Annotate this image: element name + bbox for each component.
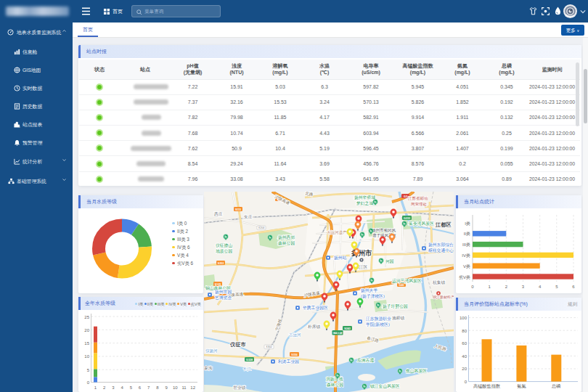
svg-text:15: 15 <box>84 341 89 346</box>
svg-text:0: 0 <box>471 285 474 289</box>
svg-text:10: 10 <box>173 385 178 390</box>
svg-text:G328: G328 <box>246 359 253 362</box>
svg-text:利涛工业园: 利涛工业园 <box>278 359 299 364</box>
svg-text:2: 2 <box>505 285 508 289</box>
svg-text:100: 100 <box>460 316 467 320</box>
svg-text:6: 6 <box>572 285 575 289</box>
svg-text:S243: S243 <box>344 327 350 330</box>
svg-text:古运河: 古运河 <box>289 332 301 338</box>
svg-text:11: 11 <box>181 385 187 390</box>
svg-text:S353: S353 <box>218 262 224 265</box>
svg-text:仪征捺山: 仪征捺山 <box>216 242 232 248</box>
svg-text:2: 2 <box>103 385 106 390</box>
svg-text:X204: X204 <box>258 226 264 229</box>
svg-text:森林公园: 森林公园 <box>278 241 295 246</box>
svg-text:地质公园: 地质公园 <box>216 249 232 254</box>
svg-text:5: 5 <box>555 285 558 289</box>
svg-text:G40: G40 <box>399 284 404 287</box>
svg-text:西庄: 西庄 <box>214 211 223 217</box>
svg-text:家沟: 家沟 <box>204 366 213 371</box>
svg-text:世业镇: 世业镇 <box>233 385 246 390</box>
svg-text:何园: 何园 <box>385 259 394 264</box>
svg-text:S125: S125 <box>215 283 221 286</box>
svg-text:5: 5 <box>130 385 133 390</box>
svg-text:润扬大桥: 润扬大桥 <box>332 332 343 335</box>
svg-text:II类: II类 <box>464 232 470 236</box>
svg-text:V类: V类 <box>463 264 470 269</box>
svg-text:7: 7 <box>147 385 150 390</box>
svg-text:G2: G2 <box>404 195 407 198</box>
svg-text:瓜洲古渡: 瓜洲古渡 <box>357 358 374 363</box>
svg-text:扬州站: 扬州站 <box>334 256 347 261</box>
svg-text:扬州世园: 扬州世园 <box>215 290 232 295</box>
svg-text:1: 1 <box>94 385 97 390</box>
svg-text:高锰酸盐指数: 高锰酸盐指数 <box>473 383 500 389</box>
svg-text:运河三湾风景区: 运河三湾风景区 <box>392 278 422 284</box>
svg-text:5: 5 <box>87 368 90 372</box>
svg-text:扬州东部综合: 扬州东部综合 <box>428 242 454 248</box>
svg-text:S115: S115 <box>235 208 241 211</box>
svg-text:扬州市蜀冈风: 扬州市蜀冈风 <box>372 228 396 233</box>
svg-text:9: 9 <box>165 385 168 390</box>
svg-text:80: 80 <box>462 329 467 333</box>
svg-text:60: 60 <box>462 341 467 346</box>
svg-text:(扬子津校区): (扬子津校区) <box>361 293 385 299</box>
svg-text:12: 12 <box>190 385 195 390</box>
svg-text:江苏旅游职业: 江苏旅游职业 <box>366 316 391 322</box>
svg-text:朱庄: 朱庄 <box>243 214 253 219</box>
svg-text:劣V类: 劣V类 <box>459 275 470 280</box>
svg-text:3: 3 <box>112 385 115 390</box>
svg-text:40: 40 <box>462 354 467 359</box>
svg-text:长江: 长江 <box>243 367 252 372</box>
svg-text:焦山风景区: 焦山风景区 <box>406 368 427 373</box>
svg-text:施桥镇: 施桥镇 <box>392 316 405 320</box>
svg-text:总磷: 总磷 <box>551 383 560 388</box>
svg-text:10: 10 <box>84 354 89 359</box>
svg-text:I类: I类 <box>465 221 470 226</box>
svg-text:镇江金山风景区: 镇江金山风景区 <box>370 383 400 389</box>
svg-text:江都区: 江都区 <box>435 221 452 228</box>
svg-text:20: 20 <box>84 328 89 332</box>
svg-text:0: 0 <box>465 380 467 384</box>
svg-text:扬州西郊: 扬州西郊 <box>278 235 295 240</box>
svg-text:III类: III类 <box>462 242 470 247</box>
svg-text:闸管理处: 闸管理处 <box>411 202 428 207</box>
svg-text:学院(新校区): 学院(新校区) <box>366 322 390 327</box>
svg-text:仪扬河: 仪扬河 <box>205 348 218 354</box>
svg-text:艺博览会: 艺博览会 <box>215 295 232 301</box>
svg-text:IV类: IV类 <box>462 253 470 258</box>
svg-text:梦幻之城: 梦幻之城 <box>356 201 373 206</box>
svg-text:S356: S356 <box>291 354 297 356</box>
svg-text:润扬湿地: 润扬湿地 <box>326 376 343 382</box>
svg-text:4: 4 <box>121 385 123 390</box>
svg-text:3: 3 <box>522 285 525 289</box>
svg-text:镇江新材料产业园: 镇江新材料产业园 <box>433 295 454 300</box>
svg-text:华腾工业园区: 华腾工业园区 <box>303 305 328 311</box>
svg-text:仪征市: 仪征市 <box>229 341 246 348</box>
svg-text:1: 1 <box>489 285 491 289</box>
svg-text:G233: G233 <box>404 217 410 220</box>
svg-text:X302: X302 <box>266 346 271 348</box>
svg-text:扬州华侨城: 扬州华侨城 <box>354 195 375 200</box>
svg-text:扬州大学: 扬州大学 <box>361 288 377 293</box>
svg-text:朴席镇: 朴席镇 <box>307 324 321 329</box>
svg-text:江苏省邮仙: 江苏省邮仙 <box>408 196 428 201</box>
svg-text:4: 4 <box>539 285 542 289</box>
svg-text:25: 25 <box>84 315 89 319</box>
svg-text:8: 8 <box>156 385 159 390</box>
svg-text:20: 20 <box>462 367 467 371</box>
svg-text:茱萸湾风景区: 茱萸湾风景区 <box>409 221 434 226</box>
svg-text:6: 6 <box>139 385 142 390</box>
svg-text:枢纽交通中心: 枢纽交通中心 <box>428 248 454 253</box>
svg-text:森林公园: 森林公园 <box>327 383 343 388</box>
svg-text:氨氮: 氨氮 <box>517 383 526 388</box>
svg-text:0: 0 <box>87 380 90 385</box>
svg-text:扬子圩野公园: 扬子圩野公园 <box>383 303 408 309</box>
svg-text:杭集镇: 杭集镇 <box>432 280 446 285</box>
